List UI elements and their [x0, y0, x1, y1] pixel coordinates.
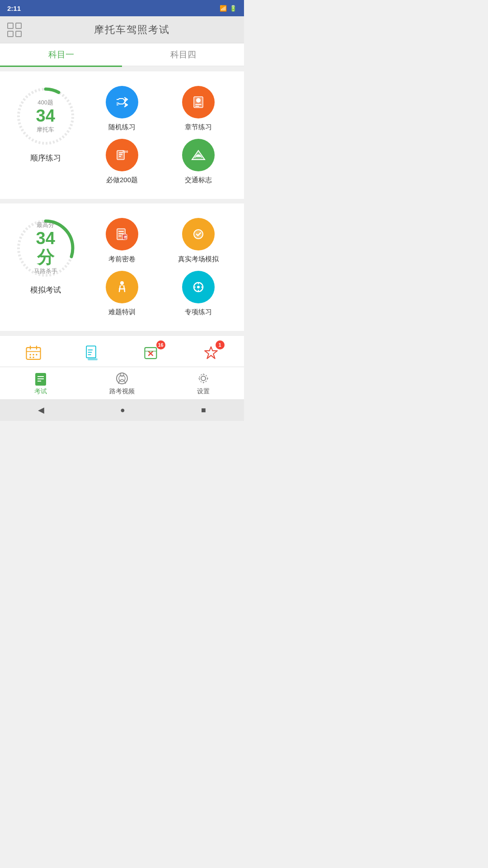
signal-icon: 📶	[220, 5, 227, 12]
mock-exam-label[interactable]: 模拟考试	[30, 285, 61, 295]
home-button[interactable]: ●	[120, 406, 125, 415]
hard-train-icon	[106, 271, 138, 303]
special-practice-label: 专项练习	[185, 308, 212, 316]
mistakes-icon	[84, 344, 101, 362]
svg-point-57	[199, 374, 207, 382]
daily-tool[interactable]	[23, 343, 43, 363]
nav-settings-label: 设置	[197, 387, 210, 396]
nav-exam-label: 考试	[34, 387, 47, 396]
svg-rect-7	[195, 106, 199, 107]
traffic-sign-item[interactable]: 交通标志	[160, 135, 237, 188]
daily-icon	[25, 344, 42, 362]
practice-circle-meter: 400题 34 摩托车	[12, 82, 80, 150]
recent-button[interactable]: ■	[201, 406, 206, 415]
random-practice-item[interactable]: 随机练习	[84, 82, 160, 135]
svg-rect-39	[86, 346, 96, 358]
practice-count: 34	[36, 107, 55, 126]
favorites-tool[interactable]: 1	[201, 343, 221, 363]
practice-circle-inner: 400题 34 摩托车	[36, 99, 55, 134]
real-exam-icon	[182, 218, 215, 250]
svg-text:200: 200	[122, 150, 128, 154]
exam-grid: 密 考前密卷 最高分 34分 马路杀手 模拟考试	[7, 214, 237, 320]
svg-point-38	[33, 357, 34, 358]
exam-circle: 最高分 34分 马路杀手 模拟考试	[7, 214, 84, 295]
tab-bar: 科目一 科目四	[0, 43, 244, 67]
nav-settings-icon	[196, 371, 211, 386]
app-header: 摩托车驾照考试	[0, 16, 244, 43]
exam-section: 密 考前密卷 最高分 34分 马路杀手 模拟考试	[0, 203, 244, 331]
menu-icon[interactable]	[7, 23, 22, 37]
secret-exam-label: 考前密卷	[108, 255, 136, 264]
traffic-sign-label: 交通标志	[185, 176, 212, 184]
wrongs-icon-wrap: 16	[142, 343, 162, 363]
app-title: 摩托车驾照考试	[27, 23, 237, 37]
exam-circle-meter: 最高分 34分 马路杀手	[12, 214, 80, 282]
wrongs-tool[interactable]: 16	[142, 343, 162, 363]
svg-point-55	[119, 375, 125, 382]
svg-point-35	[33, 354, 34, 355]
secret-exam-icon: 密	[106, 218, 138, 250]
sequential-practice-label[interactable]: 顺序练习	[30, 153, 61, 163]
random-practice-label: 随机练习	[108, 123, 136, 132]
traffic-sign-icon	[182, 139, 215, 171]
hard-train-item[interactable]: 难题特训	[84, 267, 160, 320]
favorites-icon-wrap: 1	[201, 343, 221, 363]
tab-subject1[interactable]: 科目一	[0, 43, 122, 66]
svg-point-34	[29, 354, 31, 355]
svg-text:密: 密	[123, 235, 127, 239]
system-nav: ◀ ● ■	[0, 399, 244, 421]
favorites-badge: 1	[216, 340, 225, 349]
practice-vehicle-label: 摩托车	[36, 126, 55, 134]
nav-exam[interactable]: 考试	[0, 367, 81, 399]
battery-icon: 🔋	[230, 5, 237, 12]
hard-train-label: 难题特训	[108, 308, 136, 316]
status-time: 2:11	[7, 5, 21, 12]
real-exam-label: 真实考场模拟	[178, 255, 219, 264]
svg-point-37	[29, 357, 31, 358]
bottom-nav: 考试 路考视频 设置	[0, 367, 244, 399]
practice-section: 随机练习 400题 34 摩托车 顺序练习	[0, 71, 244, 199]
wrongs-badge: 16	[156, 340, 165, 349]
nav-exam-icon	[33, 371, 48, 386]
chapter-practice-icon	[182, 86, 215, 118]
nav-settings[interactable]: 设置	[163, 367, 244, 399]
daily-icon-wrap	[23, 343, 43, 363]
svg-point-53	[117, 373, 127, 384]
svg-rect-11	[119, 156, 121, 157]
exam-score: 34分	[28, 229, 62, 267]
svg-point-54	[120, 373, 124, 377]
practice-circle: 400题 34 摩托车 顺序练习	[7, 82, 84, 163]
status-bar: 2:11 📶 🔋	[0, 0, 244, 16]
svg-point-5	[196, 98, 201, 103]
mistakes-tool[interactable]	[83, 343, 103, 363]
must200-item[interactable]: 200 必做200题	[84, 135, 160, 188]
nav-video[interactable]: 路考视频	[81, 367, 163, 399]
svg-rect-6	[195, 104, 202, 105]
exam-rank-label: 马路杀手	[28, 267, 62, 275]
svg-point-25	[197, 286, 200, 288]
tab-subject4[interactable]: 科目四	[122, 43, 244, 66]
nav-video-icon	[115, 371, 129, 386]
must200-icon: 200	[106, 139, 138, 171]
mistakes-icon-wrap	[83, 343, 103, 363]
special-practice-item[interactable]: 专项练习	[160, 267, 237, 320]
chapter-practice-label: 章节练习	[185, 123, 212, 132]
svg-point-23	[120, 281, 124, 285]
secret-exam-item[interactable]: 密 考前密卷	[84, 214, 160, 267]
back-button[interactable]: ◀	[38, 405, 44, 415]
svg-rect-10	[119, 154, 122, 155]
practice-total-label: 400题	[36, 99, 55, 107]
must200-label: 必做200题	[106, 176, 138, 184]
status-icons: 📶 🔋	[220, 5, 237, 12]
chapter-practice-item[interactable]: 章节练习	[160, 82, 237, 135]
exam-score-label: 最高分	[28, 221, 62, 229]
tools-row: 16 1	[0, 335, 244, 367]
practice-grid: 随机练习 400题 34 摩托车 顺序练习	[7, 82, 237, 188]
svg-point-36	[36, 354, 37, 355]
svg-point-22	[194, 230, 203, 239]
nav-video-label: 路考视频	[109, 387, 135, 396]
real-exam-item[interactable]: 真实考场模拟	[160, 214, 237, 267]
special-practice-icon	[182, 271, 215, 303]
svg-point-56	[201, 376, 206, 381]
svg-rect-17	[118, 236, 122, 236]
